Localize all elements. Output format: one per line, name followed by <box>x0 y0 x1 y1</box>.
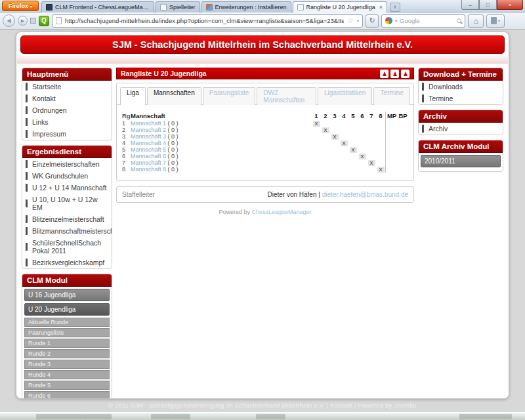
menu-item[interactable]: Termine <box>419 93 503 104</box>
team-link[interactable]: Mannschaft 2 <box>131 127 166 133</box>
tab-dwz-mannschaften[interactable]: DWZ Mannschaften <box>257 87 316 105</box>
result-cell: X <box>339 140 348 146</box>
menu-item[interactable]: Links <box>22 116 112 128</box>
team-link[interactable]: Mannschaft 8 <box>131 166 166 173</box>
tab-paarungsliste[interactable]: Paarungsliste <box>203 87 256 105</box>
clm-nav-button[interactable]: Paarungsliste <box>24 328 110 337</box>
item-marker <box>422 125 424 133</box>
tab-close-icon[interactable]: × <box>379 4 383 10</box>
url-bar[interactable]: http://schachjugend-mittelrhein.de/index… <box>52 14 363 28</box>
clm-nav-button[interactable]: Runde 5 <box>24 381 110 390</box>
browser-tab[interactable]: Rangliste U 20 Jugendliga× <box>293 1 387 12</box>
firefox-menu-button[interactable]: Firefox ▾ <box>2 1 39 11</box>
search-icon[interactable] <box>457 18 461 23</box>
url-text[interactable]: http://schachjugend-mittelrhein.de/index… <box>65 17 344 24</box>
team-link[interactable]: Mannschaft 6 <box>131 153 166 159</box>
round-header: 8 <box>376 112 385 119</box>
menu-item-label: Impressum <box>32 130 66 138</box>
pdf-export-icon[interactable] <box>401 70 410 78</box>
team-link[interactable]: Mannschaft 4 <box>131 140 166 146</box>
league-button[interactable]: U 16 Jugendliga <box>24 289 110 301</box>
tab-strip: CLM Frontend - ChessLeagueManagerSpielle… <box>41 1 400 12</box>
staffelleiter-email-link[interactable]: dieter.haefen@bmas.bund.de <box>322 191 408 198</box>
round-header: 7 <box>367 112 376 119</box>
mp-cell <box>385 146 398 153</box>
bookmark-star-icon[interactable]: ☆ <box>347 16 354 25</box>
menu-item[interactable]: U 12 + U 14 Mannschaft <box>22 182 112 194</box>
tab-termine[interactable]: Termine <box>373 87 410 105</box>
browser-tab[interactable]: CLM Frontend - ChessLeagueManager <box>41 1 154 12</box>
pdf-export-icon[interactable] <box>380 70 388 78</box>
menu-item[interactable]: Kontakt <box>22 93 112 104</box>
team-link[interactable]: Mannschaft 5 <box>131 146 166 153</box>
menu-item[interactable]: U 10, U 10w + U 12w EM <box>22 194 112 213</box>
clm-nav-button[interactable]: Runde 2 <box>24 349 110 358</box>
tab-ligastatistiken[interactable]: Ligastatistiken <box>318 87 372 105</box>
league-button[interactable]: U 20 Jugendliga <box>24 303 110 316</box>
archiv-season-button[interactable]: 2010/2011 <box>421 155 501 167</box>
menu-item[interactable]: Ordnungen <box>22 104 112 116</box>
item-marker <box>26 160 28 168</box>
menu-item[interactable]: SchülerSchnellSchach Pokal 2011 <box>22 237 112 257</box>
toolbar-button[interactable] <box>30 18 36 24</box>
back-button[interactable]: ◀ <box>3 14 15 27</box>
team-link[interactable]: Mannschaft 3 <box>131 133 166 140</box>
navigation-toolbar: ◀ ▶ Q http://schachjugend-mittelrhein.de… <box>0 12 525 30</box>
tab-liga[interactable]: Liga <box>120 87 146 105</box>
header-gradient <box>17 54 508 64</box>
search-engine-dropdown-icon[interactable]: ▾ <box>395 18 397 23</box>
menu-box: ArchivArchiv <box>418 110 503 135</box>
tab-mannschaften[interactable]: Mannschaften <box>147 87 201 105</box>
result-cell: X <box>321 127 330 133</box>
team-rank: 4 <box>122 140 131 146</box>
team-rank: 8 <box>122 166 131 173</box>
search-input[interactable]: Google <box>400 17 454 24</box>
item-marker <box>422 94 424 102</box>
minimize-button[interactable]: – <box>461 0 479 10</box>
menu-item[interactable]: Startseite <box>22 81 112 93</box>
team-score-note: ( 0 ) <box>166 146 178 153</box>
team-link[interactable]: Mannschaft 7 <box>131 159 166 166</box>
menu-item[interactable]: Blitzmannschaftmeisterschaft <box>22 225 112 237</box>
ranking-box: LigaMannschaftenPaarungslisteDWZ Mannsch… <box>116 83 414 181</box>
bookmarks-button[interactable]: ▾ <box>486 14 505 28</box>
reload-button[interactable]: ↻ <box>366 14 379 28</box>
page-icon <box>297 4 304 10</box>
url-dropdown-icon[interactable]: ▾ <box>357 18 359 23</box>
browser-tab[interactable]: Spielleiter <box>156 1 200 12</box>
addon-toolbar-icon[interactable]: Q <box>39 16 49 26</box>
round-header: 1 <box>312 112 321 119</box>
menu-item[interactable]: Archiv <box>419 123 503 135</box>
menu-box-title: Download + Termine <box>419 68 503 81</box>
search-box[interactable]: ▾ Google <box>381 14 465 28</box>
crosstable-row: 1Mannschaft 1 ( 0 )X <box>122 120 408 127</box>
pdf-export-icon[interactable] <box>390 70 399 78</box>
browser-tab[interactable]: Erweiterungen : Installieren <box>201 1 291 12</box>
clm-nav-button[interactable]: Runde 1 <box>24 339 110 348</box>
menu-item[interactable]: Bezirksvergleichskampf <box>22 257 112 268</box>
tab-label: Rangliste U 20 Jugendliga <box>306 4 375 10</box>
menu-item[interactable]: Impressum <box>22 128 112 140</box>
sidebar-right: Download + TermineDownloadsTermineArchiv… <box>418 68 503 177</box>
taskbar-item <box>459 414 512 419</box>
team-score-note: ( 0 ) <box>166 140 178 146</box>
clm-nav-button[interactable]: Runde 3 <box>24 360 110 369</box>
tab-label: Spielleiter <box>169 4 196 10</box>
new-tab-button[interactable]: + <box>390 3 400 12</box>
menu-item[interactable]: Downloads <box>419 81 503 93</box>
mp-cell <box>385 153 398 159</box>
close-button[interactable]: × <box>497 0 523 10</box>
menu-item[interactable]: Blitzeinzelmeisterschaft <box>22 213 112 225</box>
menu-item[interactable]: WK Grundschulen <box>22 170 112 182</box>
clm-nav-button[interactable]: Runde 6 <box>24 391 110 399</box>
team-link[interactable]: Mannschaft 1 <box>131 120 166 127</box>
clm-nav-button[interactable]: Aktuelle Runde <box>24 318 110 327</box>
chessleaguemanager-link[interactable]: ChessLeagueManager <box>251 209 311 215</box>
forward-button[interactable]: ▶ <box>18 16 28 26</box>
site-title-banner: SJM - Schachjugend Mittelrhein im Schach… <box>20 35 505 54</box>
clm-nav-button[interactable]: Runde 4 <box>24 370 110 379</box>
home-button[interactable]: ⌂ <box>468 14 484 28</box>
chevron-down-icon: ▾ <box>30 4 32 9</box>
menu-item[interactable]: Einzelmeisterschaften <box>22 158 112 170</box>
maximize-button[interactable]: □ <box>479 0 497 10</box>
